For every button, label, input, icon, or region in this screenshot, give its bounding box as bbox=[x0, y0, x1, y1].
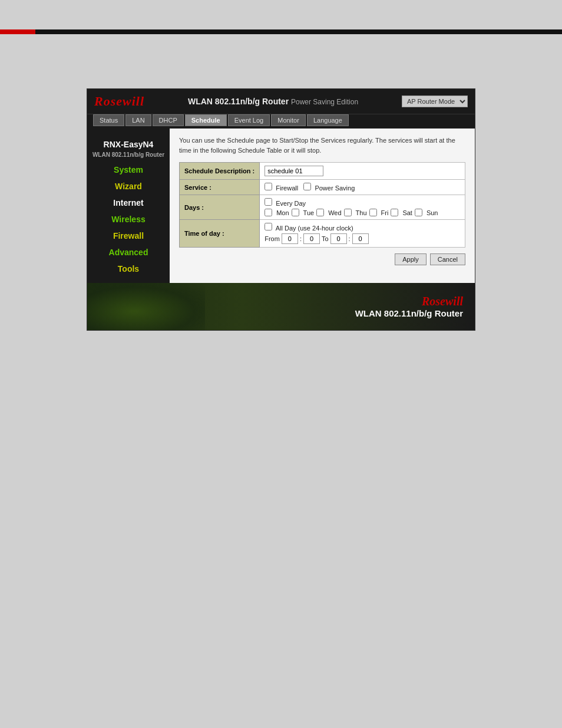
nav-tabs-bar: Status LAN DHCP Schedule Event Log Monit… bbox=[87, 114, 475, 129]
all-day-label: All Day (use 24-hour clock) bbox=[276, 225, 353, 232]
content-area: RNX-EasyN4 WLAN 802.11n/b/g Router Syste… bbox=[87, 129, 475, 283]
days-row: Days : Every Day Mon bbox=[180, 195, 465, 220]
days-label: Days : bbox=[180, 195, 260, 220]
wed-label: Wed bbox=[328, 209, 341, 216]
router-title: WLAN 802.11n/b/g Router Power Saving Edi… bbox=[144, 97, 402, 106]
power-saving-checkbox[interactable] bbox=[303, 183, 311, 190]
sidebar-item-wizard[interactable]: Wizard bbox=[87, 178, 170, 195]
service-row: Service : Firewall Power Saving bbox=[180, 180, 465, 195]
thu-checkbox[interactable] bbox=[344, 209, 352, 216]
to-colon: : bbox=[349, 235, 351, 242]
tue-checkbox[interactable] bbox=[292, 209, 299, 216]
mon-checkbox[interactable] bbox=[265, 209, 272, 216]
power-saving-label: Power Saving bbox=[315, 185, 355, 192]
schedule-description-text: You can use the Schedule page to Start/S… bbox=[179, 136, 465, 155]
thu-label: Thu bbox=[356, 209, 367, 216]
sat-checkbox[interactable] bbox=[391, 209, 398, 216]
tab-language[interactable]: Language bbox=[307, 114, 349, 126]
sidebar-brand: RNX-EasyN4 WLAN 802.11n/b/g Router bbox=[87, 134, 170, 162]
sidebar: RNX-EasyN4 WLAN 802.11n/b/g Router Syste… bbox=[87, 129, 170, 283]
firewall-label: Firewall bbox=[276, 185, 298, 192]
mode-select[interactable]: AP Router Mode Client Mode bbox=[402, 95, 468, 107]
sidebar-item-internet[interactable]: Internet bbox=[87, 195, 170, 211]
time-of-day-row: Time of day : All Day (use 24-hour clock… bbox=[180, 220, 465, 248]
mon-label: Mon bbox=[276, 209, 289, 216]
tue-label: Tue bbox=[303, 209, 315, 216]
tab-eventlog[interactable]: Event Log bbox=[228, 114, 270, 126]
to-hour-input[interactable] bbox=[330, 233, 347, 244]
every-day-checkbox[interactable] bbox=[265, 198, 272, 206]
tab-monitor[interactable]: Monitor bbox=[271, 114, 306, 126]
button-row: Apply Cancel bbox=[179, 253, 465, 265]
time-of-day-cell: All Day (use 24-hour clock) From : To bbox=[260, 220, 465, 248]
apply-button[interactable]: Apply bbox=[395, 253, 427, 265]
top-bar-accent bbox=[0, 29, 35, 34]
service-options-cell: Firewall Power Saving bbox=[260, 180, 465, 195]
sidebar-item-advanced[interactable]: Advanced bbox=[87, 244, 170, 261]
tab-schedule[interactable]: Schedule bbox=[185, 114, 227, 126]
router-header: Rosewill WLAN 802.11n/b/g Router Power S… bbox=[87, 89, 475, 114]
footer-bg-decoration bbox=[87, 283, 205, 330]
main-content: You can use the Schedule page to Start/S… bbox=[170, 129, 475, 283]
sidebar-item-wireless[interactable]: Wireless bbox=[87, 211, 170, 228]
router-logo: Rosewill bbox=[94, 94, 144, 109]
from-label: From bbox=[265, 235, 280, 242]
sun-label: Sun bbox=[427, 209, 438, 216]
tab-status[interactable]: Status bbox=[93, 114, 124, 126]
router-footer: Rosewill WLAN 802.11n/b/g Router bbox=[87, 283, 475, 330]
sidebar-item-tools[interactable]: Tools bbox=[87, 261, 170, 277]
tab-dhcp[interactable]: DHCP bbox=[153, 114, 184, 126]
from-hour-input[interactable] bbox=[282, 233, 298, 244]
top-bar bbox=[0, 29, 562, 34]
schedule-description-value-cell bbox=[260, 163, 465, 180]
sun-checkbox[interactable] bbox=[415, 209, 422, 216]
fri-checkbox[interactable] bbox=[369, 209, 377, 216]
from-min-input[interactable] bbox=[303, 233, 320, 244]
tab-lan[interactable]: LAN bbox=[125, 114, 151, 126]
schedule-description-input[interactable] bbox=[265, 166, 323, 176]
wed-checkbox[interactable] bbox=[316, 209, 324, 216]
every-day-label: Every Day bbox=[276, 200, 306, 207]
router-ui-box: Rosewill WLAN 802.11n/b/g Router Power S… bbox=[87, 88, 475, 331]
schedule-description-row: Schedule Description : bbox=[180, 163, 465, 180]
schedule-form-table: Schedule Description : Service : Firewal… bbox=[179, 162, 465, 248]
footer-logo: Rosewill bbox=[355, 295, 463, 308]
fri-label: Fri bbox=[381, 209, 389, 216]
footer-model: WLAN 802.11n/b/g Router bbox=[355, 308, 463, 318]
cancel-button[interactable]: Cancel bbox=[430, 253, 465, 265]
firewall-checkbox[interactable] bbox=[265, 183, 272, 190]
to-label: To bbox=[322, 235, 329, 242]
all-day-checkbox[interactable] bbox=[265, 223, 272, 230]
footer-logo-area: Rosewill WLAN 802.11n/b/g Router bbox=[355, 295, 463, 318]
sidebar-item-firewall[interactable]: Firewall bbox=[87, 228, 170, 244]
from-colon: : bbox=[300, 235, 302, 242]
days-options-cell: Every Day Mon Tue Wed bbox=[260, 195, 465, 220]
service-label: Service : bbox=[180, 180, 260, 195]
schedule-description-label: Schedule Description : bbox=[180, 163, 260, 180]
sat-label: Sat bbox=[402, 209, 412, 216]
sidebar-item-system[interactable]: System bbox=[87, 162, 170, 178]
time-of-day-label: Time of day : bbox=[180, 220, 260, 248]
to-min-input[interactable] bbox=[352, 233, 369, 244]
